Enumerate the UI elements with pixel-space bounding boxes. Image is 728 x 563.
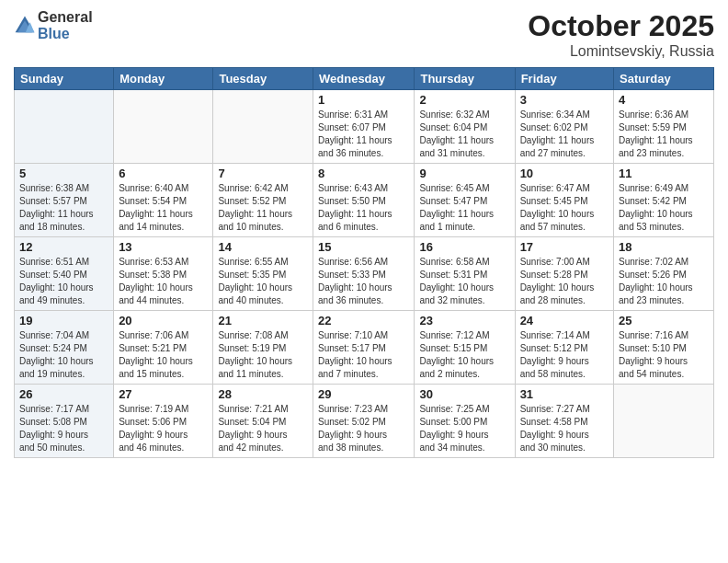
day-of-week-header: Thursday	[415, 68, 515, 90]
calendar-day-cell: 2Sunrise: 6:32 AM Sunset: 6:04 PM Daylig…	[415, 90, 515, 164]
calendar-day-cell: 22Sunrise: 7:10 AM Sunset: 5:17 PM Dayli…	[313, 311, 415, 385]
day-number: 17	[520, 240, 609, 254]
day-of-week-header: Tuesday	[213, 68, 313, 90]
location: Lomintsevskiy, Russia	[528, 43, 714, 60]
day-number: 5	[19, 167, 108, 180]
day-info: Sunrise: 6:47 AM Sunset: 5:45 PM Dayligh…	[520, 182, 609, 234]
calendar-day-cell	[114, 90, 213, 164]
logo-text: General Blue	[38, 9, 93, 41]
calendar-day-cell	[15, 90, 114, 164]
day-number: 23	[419, 314, 509, 327]
calendar-day-cell	[213, 90, 313, 164]
day-number: 28	[218, 387, 308, 401]
calendar-day-cell: 31Sunrise: 7:27 AM Sunset: 4:58 PM Dayli…	[515, 385, 613, 458]
calendar-week-row: 12Sunrise: 6:51 AM Sunset: 5:40 PM Dayli…	[15, 237, 714, 311]
month-title: October 2025	[528, 9, 714, 43]
day-number: 22	[318, 314, 409, 327]
day-number: 18	[619, 240, 709, 254]
day-info: Sunrise: 7:23 AM Sunset: 5:02 PM Dayligh…	[318, 403, 409, 454]
calendar-day-cell: 8Sunrise: 6:43 AM Sunset: 5:50 PM Daylig…	[313, 164, 415, 237]
calendar-day-cell: 11Sunrise: 6:49 AM Sunset: 5:42 PM Dayli…	[614, 164, 714, 237]
calendar-header-row: SundayMondayTuesdayWednesdayThursdayFrid…	[15, 68, 714, 90]
day-number: 11	[619, 167, 709, 180]
calendar-day-cell: 13Sunrise: 6:53 AM Sunset: 5:38 PM Dayli…	[114, 237, 213, 311]
logo-blue-text: Blue	[38, 26, 93, 42]
day-number: 24	[520, 314, 609, 327]
calendar-day-cell: 4Sunrise: 6:36 AM Sunset: 5:59 PM Daylig…	[614, 90, 714, 164]
calendar-week-row: 5Sunrise: 6:38 AM Sunset: 5:57 PM Daylig…	[15, 164, 714, 237]
calendar-day-cell: 1Sunrise: 6:31 AM Sunset: 6:07 PM Daylig…	[313, 90, 415, 164]
day-info: Sunrise: 6:49 AM Sunset: 5:42 PM Dayligh…	[619, 182, 709, 234]
day-number: 6	[119, 167, 208, 180]
calendar-day-cell: 14Sunrise: 6:55 AM Sunset: 5:35 PM Dayli…	[213, 237, 313, 311]
day-number: 30	[419, 387, 509, 401]
day-info: Sunrise: 7:10 AM Sunset: 5:17 PM Dayligh…	[318, 329, 409, 381]
calendar-day-cell: 25Sunrise: 7:16 AM Sunset: 5:10 PM Dayli…	[614, 311, 714, 385]
day-info: Sunrise: 6:43 AM Sunset: 5:50 PM Dayligh…	[318, 182, 409, 234]
logo-icon	[14, 15, 36, 37]
day-info: Sunrise: 7:14 AM Sunset: 5:12 PM Dayligh…	[520, 329, 609, 381]
day-info: Sunrise: 6:58 AM Sunset: 5:31 PM Dayligh…	[419, 256, 509, 307]
day-number: 16	[419, 240, 509, 254]
calendar-day-cell: 26Sunrise: 7:17 AM Sunset: 5:08 PM Dayli…	[15, 385, 114, 458]
calendar-day-cell: 17Sunrise: 7:00 AM Sunset: 5:28 PM Dayli…	[515, 237, 613, 311]
calendar-day-cell: 9Sunrise: 6:45 AM Sunset: 5:47 PM Daylig…	[415, 164, 515, 237]
day-number: 9	[419, 167, 509, 180]
day-info: Sunrise: 6:40 AM Sunset: 5:54 PM Dayligh…	[119, 182, 208, 234]
day-of-week-header: Sunday	[15, 68, 114, 90]
day-info: Sunrise: 6:51 AM Sunset: 5:40 PM Dayligh…	[19, 256, 108, 307]
calendar-day-cell: 15Sunrise: 6:56 AM Sunset: 5:33 PM Dayli…	[313, 237, 415, 311]
day-info: Sunrise: 7:06 AM Sunset: 5:21 PM Dayligh…	[119, 329, 208, 381]
day-info: Sunrise: 6:56 AM Sunset: 5:33 PM Dayligh…	[318, 256, 409, 307]
day-number: 29	[318, 387, 409, 401]
calendar-day-cell: 23Sunrise: 7:12 AM Sunset: 5:15 PM Dayli…	[415, 311, 515, 385]
day-number: 13	[119, 240, 208, 254]
day-info: Sunrise: 6:31 AM Sunset: 6:07 PM Dayligh…	[318, 109, 409, 160]
day-of-week-header: Saturday	[614, 68, 714, 90]
day-info: Sunrise: 7:02 AM Sunset: 5:26 PM Dayligh…	[619, 256, 709, 307]
day-info: Sunrise: 7:17 AM Sunset: 5:08 PM Dayligh…	[19, 403, 108, 454]
logo: General Blue	[14, 9, 93, 41]
calendar-day-cell: 27Sunrise: 7:19 AM Sunset: 5:06 PM Dayli…	[114, 385, 213, 458]
calendar-day-cell: 19Sunrise: 7:04 AM Sunset: 5:24 PM Dayli…	[15, 311, 114, 385]
calendar-day-cell: 28Sunrise: 7:21 AM Sunset: 5:04 PM Dayli…	[213, 385, 313, 458]
calendar-week-row: 26Sunrise: 7:17 AM Sunset: 5:08 PM Dayli…	[15, 385, 714, 458]
calendar-day-cell: 6Sunrise: 6:40 AM Sunset: 5:54 PM Daylig…	[114, 164, 213, 237]
calendar-day-cell: 16Sunrise: 6:58 AM Sunset: 5:31 PM Dayli…	[415, 237, 515, 311]
calendar-day-cell: 12Sunrise: 6:51 AM Sunset: 5:40 PM Dayli…	[15, 237, 114, 311]
logo-general-text: General	[38, 9, 93, 26]
day-info: Sunrise: 6:34 AM Sunset: 6:02 PM Dayligh…	[520, 109, 609, 160]
day-info: Sunrise: 6:38 AM Sunset: 5:57 PM Dayligh…	[19, 182, 108, 234]
day-info: Sunrise: 7:25 AM Sunset: 5:00 PM Dayligh…	[419, 403, 509, 454]
calendar-container: General Blue October 2025 Lomintsevskiy,…	[0, 0, 728, 467]
calendar-day-cell: 29Sunrise: 7:23 AM Sunset: 5:02 PM Dayli…	[313, 385, 415, 458]
calendar-day-cell	[614, 385, 714, 458]
calendar-day-cell: 7Sunrise: 6:42 AM Sunset: 5:52 PM Daylig…	[213, 164, 313, 237]
day-info: Sunrise: 6:32 AM Sunset: 6:04 PM Dayligh…	[419, 109, 509, 160]
day-info: Sunrise: 7:04 AM Sunset: 5:24 PM Dayligh…	[19, 329, 108, 381]
day-info: Sunrise: 7:21 AM Sunset: 5:04 PM Dayligh…	[218, 403, 308, 454]
calendar-table: SundayMondayTuesdayWednesdayThursdayFrid…	[14, 67, 714, 458]
day-number: 8	[318, 167, 409, 180]
calendar-day-cell: 24Sunrise: 7:14 AM Sunset: 5:12 PM Dayli…	[515, 311, 613, 385]
day-info: Sunrise: 6:53 AM Sunset: 5:38 PM Dayligh…	[119, 256, 208, 307]
day-info: Sunrise: 7:16 AM Sunset: 5:10 PM Dayligh…	[619, 329, 709, 381]
day-number: 1	[318, 93, 409, 107]
day-number: 12	[19, 240, 108, 254]
day-info: Sunrise: 6:55 AM Sunset: 5:35 PM Dayligh…	[218, 256, 308, 307]
day-number: 25	[619, 314, 709, 327]
day-info: Sunrise: 6:36 AM Sunset: 5:59 PM Dayligh…	[619, 109, 709, 160]
day-number: 27	[119, 387, 208, 401]
calendar-day-cell: 10Sunrise: 6:47 AM Sunset: 5:45 PM Dayli…	[515, 164, 613, 237]
day-number: 4	[619, 93, 709, 107]
day-info: Sunrise: 7:08 AM Sunset: 5:19 PM Dayligh…	[218, 329, 308, 381]
day-of-week-header: Wednesday	[313, 68, 415, 90]
day-number: 19	[19, 314, 108, 327]
day-info: Sunrise: 7:19 AM Sunset: 5:06 PM Dayligh…	[119, 403, 208, 454]
day-number: 21	[218, 314, 308, 327]
day-info: Sunrise: 7:27 AM Sunset: 4:58 PM Dayligh…	[520, 403, 609, 454]
calendar-week-row: 1Sunrise: 6:31 AM Sunset: 6:07 PM Daylig…	[15, 90, 714, 164]
day-info: Sunrise: 6:42 AM Sunset: 5:52 PM Dayligh…	[218, 182, 308, 234]
day-number: 3	[520, 93, 609, 107]
calendar-day-cell: 21Sunrise: 7:08 AM Sunset: 5:19 PM Dayli…	[213, 311, 313, 385]
